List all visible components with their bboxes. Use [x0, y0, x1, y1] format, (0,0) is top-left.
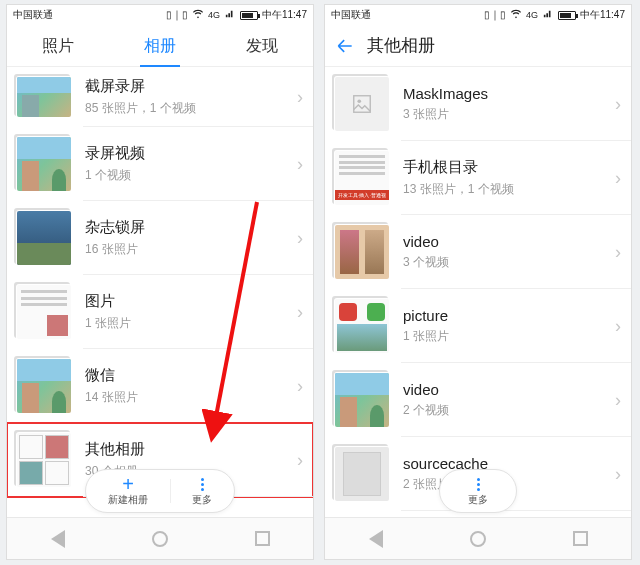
- album-list: MaskImages 3 张照片 › 开发工具·插入·普通视 手机根目录 13 …: [325, 67, 631, 517]
- chevron-right-icon: ›: [615, 464, 621, 485]
- thumbnail: [17, 285, 71, 339]
- phone-left: 中国联通 ▯｜▯ 4G 中午11:47 照片 相册 发现 截屏录屏 85 张照片…: [6, 4, 314, 560]
- list-item[interactable]: 截屏录屏 85 张照片，1 个视频 ›: [7, 67, 313, 127]
- system-nav-bar: [325, 517, 631, 559]
- dots-icon: [201, 475, 204, 493]
- list-item[interactable]: picture 1 张照片 ›: [325, 289, 631, 363]
- vibrate-icon: ▯｜▯: [166, 8, 188, 22]
- album-title: MaskImages: [403, 85, 615, 102]
- album-subtitle: 85 张照片，1 个视频: [85, 100, 297, 117]
- list-item[interactable]: 杂志锁屏 16 张照片 ›: [7, 201, 313, 275]
- album-subtitle: 3 个视频: [403, 254, 615, 271]
- carrier: 中国联通: [331, 8, 371, 22]
- more-label: 更多: [468, 493, 488, 507]
- dots-icon: [477, 475, 480, 493]
- more-button[interactable]: 更多: [446, 471, 510, 511]
- album-title: 杂志锁屏: [85, 218, 297, 237]
- signal-icon: [542, 9, 554, 21]
- album-title: 手机根目录: [403, 158, 615, 177]
- album-title: video: [403, 233, 615, 250]
- album-subtitle: 1 张照片: [403, 328, 615, 345]
- bottom-toolbar: 更多: [439, 469, 517, 513]
- chevron-right-icon: ›: [615, 390, 621, 411]
- list-item[interactable]: video 2 个视频 ›: [325, 363, 631, 437]
- thumbnail: [335, 225, 389, 279]
- more-button[interactable]: 更多: [170, 471, 234, 511]
- album-subtitle: 3 张照片: [403, 106, 615, 123]
- album-title: 其他相册: [85, 440, 297, 459]
- tab-discover[interactable]: 发现: [211, 25, 313, 67]
- clock: 中午11:47: [580, 8, 625, 22]
- thumbnail: [17, 359, 71, 413]
- list-item[interactable]: 开发工具·插入·普通视 手机根目录 13 张照片，1 个视频 ›: [325, 141, 631, 215]
- thumbnail: [17, 77, 71, 117]
- list-item[interactable]: MaskImages 3 张照片 ›: [325, 67, 631, 141]
- album-subtitle: 1 张照片: [85, 315, 297, 332]
- album-subtitle: 1 个视频: [85, 167, 297, 184]
- thumbnail: [17, 137, 71, 191]
- more-label: 更多: [192, 493, 212, 507]
- phone-right: 中国联通 ▯｜▯ 4G 中午11:47 其他相册 MaskImages: [324, 4, 632, 560]
- album-title: 录屏视频: [85, 144, 297, 163]
- chevron-right-icon: ›: [615, 168, 621, 189]
- new-album-label: 新建相册: [108, 493, 148, 507]
- album-title: 截屏录屏: [85, 77, 297, 96]
- chevron-right-icon: ›: [615, 242, 621, 263]
- list-item[interactable]: 录屏视频 1 个视频 ›: [7, 127, 313, 201]
- chevron-right-icon: ›: [615, 94, 621, 115]
- clock: 中午11:47: [262, 8, 307, 22]
- nav-back-icon[interactable]: [369, 530, 383, 548]
- network-type: 4G: [526, 10, 538, 20]
- chevron-right-icon: ›: [297, 154, 303, 175]
- vibrate-icon: ▯｜▯: [484, 8, 506, 22]
- thumbnail: 开发工具·插入·普通视: [335, 151, 389, 205]
- chevron-right-icon: ›: [297, 450, 303, 471]
- thumbnail: [17, 211, 71, 265]
- chevron-right-icon: ›: [615, 316, 621, 337]
- battery-icon: [558, 11, 576, 20]
- tabs: 照片 相册 发现: [7, 25, 313, 67]
- album-list: 截屏录屏 85 张照片，1 个视频 › 录屏视频 1 个视频 › 杂志锁屏 16…: [7, 67, 313, 517]
- tab-photos[interactable]: 照片: [7, 25, 109, 67]
- back-button[interactable]: [335, 36, 355, 56]
- album-subtitle: 16 张照片: [85, 241, 297, 258]
- thumbnail: [335, 77, 389, 131]
- page-header: 其他相册: [325, 25, 631, 67]
- new-album-button[interactable]: + 新建相册: [86, 471, 170, 511]
- wifi-icon: [192, 9, 204, 21]
- thumbnail: [335, 299, 389, 353]
- nav-home-icon[interactable]: [470, 531, 486, 547]
- list-item[interactable]: video 3 个视频 ›: [325, 215, 631, 289]
- nav-back-icon[interactable]: [51, 530, 65, 548]
- chevron-right-icon: ›: [297, 228, 303, 249]
- tab-albums[interactable]: 相册: [109, 25, 211, 67]
- status-bar: 中国联通 ▯｜▯ 4G 中午11:47: [325, 5, 631, 25]
- album-title: picture: [403, 307, 615, 324]
- system-nav-bar: [7, 517, 313, 559]
- carrier: 中国联通: [13, 8, 53, 22]
- thumbnail: [335, 373, 389, 427]
- album-subtitle: 13 张照片，1 个视频: [403, 181, 615, 198]
- svg-point-2: [357, 99, 361, 103]
- wifi-icon: [510, 9, 522, 21]
- thumbnail: [17, 433, 71, 487]
- album-title: video: [403, 381, 615, 398]
- battery-icon: [240, 11, 258, 20]
- page-title: 其他相册: [367, 34, 435, 57]
- bottom-toolbar: + 新建相册 更多: [85, 469, 235, 513]
- nav-home-icon[interactable]: [152, 531, 168, 547]
- list-item[interactable]: 图片 1 张照片 ›: [7, 275, 313, 349]
- chevron-right-icon: ›: [297, 302, 303, 323]
- signal-icon: [224, 9, 236, 21]
- album-subtitle: 14 张照片: [85, 389, 297, 406]
- album-subtitle: 2 个视频: [403, 402, 615, 419]
- nav-recent-icon[interactable]: [573, 531, 588, 546]
- album-title: 图片: [85, 292, 297, 311]
- chevron-right-icon: ›: [297, 87, 303, 108]
- thumbnail: [335, 447, 389, 501]
- plus-icon: +: [122, 475, 134, 493]
- list-item[interactable]: 微信 14 张照片 ›: [7, 349, 313, 423]
- nav-recent-icon[interactable]: [255, 531, 270, 546]
- album-title: 微信: [85, 366, 297, 385]
- chevron-right-icon: ›: [297, 376, 303, 397]
